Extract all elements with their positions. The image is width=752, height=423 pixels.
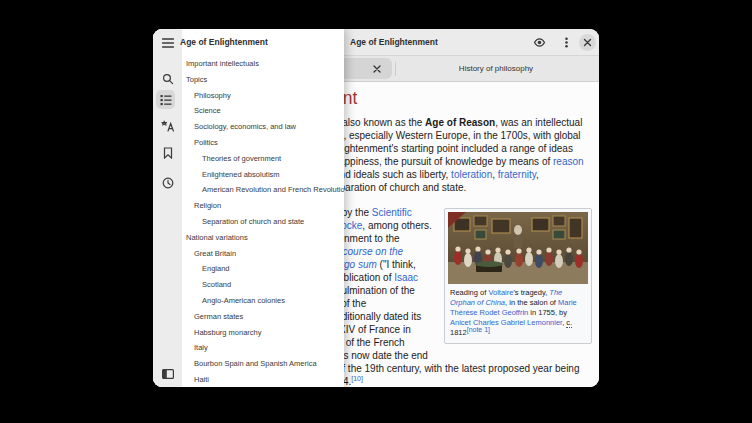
text-run: c. <box>566 318 572 328</box>
sidebar-icon-rail <box>153 29 182 387</box>
article-link[interactable]: [note 1] <box>467 326 490 333</box>
eye-icon[interactable] <box>531 34 548 51</box>
table-of-contents-icon[interactable] <box>156 90 175 109</box>
kebab-menu-icon[interactable] <box>558 34 575 51</box>
toc-item[interactable]: Religion <box>182 198 344 214</box>
tab-label: History of philosophy <box>459 64 533 73</box>
toc-item[interactable]: Sociology, economics, and law <box>182 119 344 135</box>
toc-item[interactable]: England <box>182 261 344 277</box>
window-title: Age of Enlightenment <box>350 29 438 56</box>
toc-item[interactable]: Scotland <box>182 277 344 293</box>
text-run: , and ideals such as liberty, <box>328 169 451 180</box>
languages-icon[interactable] <box>155 115 180 136</box>
text-run: Age of Reason <box>425 117 495 128</box>
toc-item[interactable]: Theories of government <box>182 151 344 167</box>
text-run: in 1755, by <box>528 308 567 317</box>
toc-item[interactable]: Separation of church and state <box>182 214 344 230</box>
desktop-background: Age of Enlightenment <box>0 0 752 423</box>
toc-item[interactable]: National variations <box>182 230 344 246</box>
toc-item[interactable]: German states <box>182 309 344 325</box>
bookmark-icon[interactable] <box>155 142 180 163</box>
article-link[interactable]: toleration <box>451 169 492 180</box>
toggle-sidebar-icon[interactable] <box>155 363 180 384</box>
sidebar-panel: Age of Enlightenment Important intellect… <box>153 29 344 387</box>
tab-history-of-philosophy[interactable]: History of philosophy <box>396 58 596 79</box>
search-icon[interactable] <box>155 68 180 89</box>
article-link[interactable]: Voltaire <box>488 288 513 297</box>
toc-item[interactable]: Important intellectuals <box>182 56 344 72</box>
figure-caption: Reading of Voltaire's tragedy, The Orpha… <box>448 284 588 340</box>
article-link[interactable]: reason <box>553 156 584 167</box>
toc-item[interactable]: Enlightened absolutism <box>182 167 344 183</box>
history-icon[interactable] <box>155 172 180 193</box>
toc-item[interactable]: Bourbon Spain and Spanish America <box>182 356 344 372</box>
sidebar-title: Age of Enlightenment <box>180 29 268 56</box>
article-link[interactable]: fraternity <box>498 169 536 180</box>
text-run: Reading of <box>450 288 488 297</box>
toc-item[interactable]: Politics <box>182 135 344 151</box>
toc-item[interactable]: Philosophy <box>182 88 344 104</box>
toc-item[interactable]: Haiti <box>182 372 344 382</box>
text-run: 's tragedy, <box>513 288 549 297</box>
tab-close-icon[interactable] <box>369 61 384 76</box>
hamburger-menu-icon[interactable] <box>155 32 180 53</box>
window-close-icon[interactable] <box>579 34 596 51</box>
article-link[interactable]: [10] <box>351 375 363 382</box>
toc-item[interactable]: Anglo-American colonies <box>182 293 344 309</box>
toc-item[interactable]: Habsburg monarchy <box>182 325 344 341</box>
text-run: , <box>536 169 539 180</box>
app-window: Age of Enlightenment <box>153 29 599 387</box>
article-figure: Reading of Voltaire's tragedy, The Orpha… <box>444 208 592 344</box>
toc-item[interactable]: Italy <box>182 340 344 356</box>
toc-item[interactable]: Great Britain <box>182 246 344 262</box>
text-run: also known as the <box>340 117 426 128</box>
toc-list: Important intellectualsTopicsPhilosophyS… <box>182 56 344 382</box>
toc-item[interactable]: Science <box>182 103 344 119</box>
salon-painting-image[interactable] <box>448 212 588 284</box>
toc-item[interactable]: American Revolution and French Revolutio… <box>182 182 344 198</box>
text-run: , in the salon of <box>505 298 558 307</box>
text-run: 1812 <box>450 328 467 337</box>
toc-item[interactable]: Topics <box>182 72 344 88</box>
